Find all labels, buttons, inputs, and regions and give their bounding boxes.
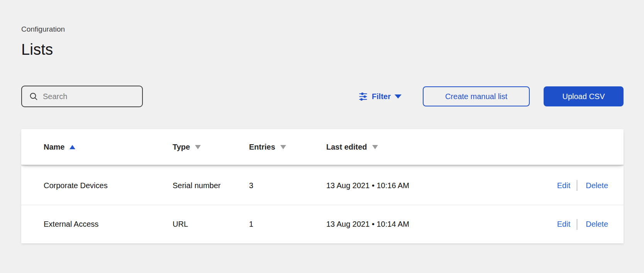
edit-link[interactable]: Edit — [557, 220, 570, 229]
row-actions: Edit Delete — [557, 219, 608, 230]
column-label: Type — [173, 143, 190, 152]
chevron-down-icon — [395, 94, 402, 99]
column-header-last-edited[interactable]: Last edited — [326, 143, 608, 152]
column-header-entries[interactable]: Entries — [249, 143, 326, 152]
delete-link[interactable]: Delete — [586, 220, 608, 229]
row-actions: Edit Delete — [557, 180, 608, 191]
sort-asc-icon — [69, 145, 75, 149]
filter-label: Filter — [372, 92, 391, 101]
toolbar: Filter Create manual list Upload CSV — [21, 86, 624, 107]
sort-down-icon — [195, 145, 201, 149]
table-row: Corporate Devices Serial number 3 13 Aug… — [21, 166, 624, 205]
action-divider — [577, 219, 577, 230]
lists-page: Configuration Lists — [0, 0, 644, 273]
filter-button[interactable]: Filter — [358, 92, 402, 101]
upload-csv-button[interactable]: Upload CSV — [544, 86, 624, 106]
cell-type: URL — [173, 220, 249, 229]
lists-table: Name Type Entries Last edited Corporate … — [21, 129, 624, 243]
cell-type: Serial number — [173, 181, 249, 190]
edit-link[interactable]: Edit — [557, 181, 570, 190]
create-manual-list-button[interactable]: Create manual list — [423, 86, 530, 106]
filter-sliders-icon — [358, 92, 368, 101]
table-header-row: Name Type Entries Last edited — [21, 129, 624, 165]
cell-name: External Access — [44, 220, 173, 229]
column-label: Last edited — [326, 143, 367, 152]
breadcrumb: Configuration — [21, 25, 624, 34]
column-label: Name — [44, 143, 64, 152]
search-icon — [29, 92, 38, 101]
sort-down-icon — [372, 145, 378, 149]
cell-last-edited: 13 Aug 2021 • 10:16 AM — [326, 181, 557, 190]
action-divider — [577, 180, 577, 191]
table-row: External Access URL 1 13 Aug 2021 • 10:1… — [21, 205, 624, 243]
cell-name: Corporate Devices — [44, 181, 173, 190]
sort-down-icon — [280, 145, 286, 149]
cell-entries: 1 — [249, 220, 326, 229]
delete-link[interactable]: Delete — [586, 181, 608, 190]
cell-entries: 3 — [249, 181, 326, 190]
column-header-type[interactable]: Type — [173, 143, 249, 152]
table-body: Corporate Devices Serial number 3 13 Aug… — [21, 166, 624, 243]
search-input[interactable] — [43, 92, 136, 101]
column-header-name[interactable]: Name — [44, 143, 173, 152]
cell-last-edited: 13 Aug 2021 • 10:14 AM — [326, 220, 557, 229]
column-label: Entries — [249, 143, 275, 152]
search-box[interactable] — [21, 86, 143, 107]
page-title: Lists — [21, 40, 624, 59]
